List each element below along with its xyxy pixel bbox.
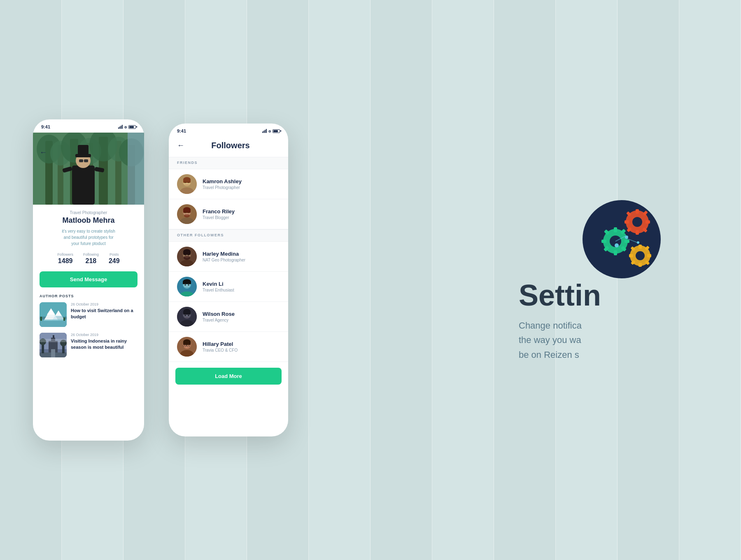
follower-item-hillary[interactable]: Hillary Patel Travia CEO & CFO: [169, 332, 288, 362]
svg-point-87: [188, 315, 189, 316]
settings-heading: Settin: [519, 280, 601, 310]
stat-posts: Posts 249: [109, 252, 120, 265]
stats-row: Followers 1489 Following 218 Posts 249: [33, 252, 144, 265]
svg-point-97: [184, 345, 185, 346]
status-time-followers: 9:41: [177, 128, 186, 133]
svg-point-122: [636, 251, 645, 260]
followers-header: ← Followers: [169, 137, 288, 157]
post-thumbnail-switzerland: [40, 302, 67, 327]
avatar-kamron: [177, 174, 197, 194]
settings-gear-illustration: [580, 198, 663, 280]
back-button-followers[interactable]: ←: [177, 141, 184, 150]
svg-point-69: [184, 256, 190, 260]
svg-point-62: [188, 212, 189, 213]
svg-point-86: [185, 315, 186, 316]
wifi-icon: ⌾: [124, 125, 127, 129]
stat-following: Following 218: [83, 252, 99, 265]
battery-icon: [128, 125, 136, 129]
svg-point-53: [188, 182, 189, 183]
avatar-franco: [177, 204, 197, 224]
follower-info-hillary: Hillary Patel Travia CEO & CFO: [203, 341, 280, 352]
back-button-profile[interactable]: ←: [40, 148, 47, 157]
svg-rect-32: [40, 320, 67, 327]
profile-name: Matloob Mehra: [41, 216, 136, 225]
svg-rect-116: [645, 220, 650, 224]
svg-point-70: [185, 254, 186, 256]
svg-rect-106: [624, 240, 629, 243]
svg-rect-126: [647, 254, 651, 257]
post-item-switzerland[interactable]: 26 October 2019 How to visit Switzerland…: [33, 302, 144, 333]
follower-item-kevin[interactable]: Kevin Li Travel Enthusiast: [169, 272, 288, 302]
svg-rect-33: [40, 317, 42, 321]
follower-info-kamron: Kamron Ashley Travel Photographer: [203, 178, 280, 190]
load-more-button[interactable]: Load More: [175, 368, 282, 385]
svg-rect-85: [183, 312, 191, 315]
svg-rect-34: [63, 317, 65, 321]
other-followers-section-label: OTHER FOLLOWERS: [169, 229, 288, 242]
svg-rect-105: [601, 240, 606, 243]
avatar-hillary: [177, 337, 197, 357]
signal-icon-followers: [262, 129, 267, 133]
battery-icon-followers: [273, 129, 280, 133]
status-time: 9:41: [41, 124, 50, 129]
stat-followers: Followers 1489: [57, 252, 73, 265]
post-meta-indonesia: 26 October 2019 Visiting Indonesia in ra…: [71, 333, 137, 351]
svg-rect-103: [614, 227, 617, 232]
avatar-harley: [177, 247, 197, 266]
profile-phone: 9:41 ⌾: [33, 119, 144, 441]
author-posts-label: AUTHOR POSTS: [33, 294, 144, 302]
post-thumbnail-indonesia: [40, 333, 67, 357]
follower-item-harley[interactable]: Harley Medina NAT Geo Photographer: [169, 242, 288, 272]
svg-rect-68: [183, 252, 191, 255]
avatar-kevin: [177, 277, 197, 296]
svg-rect-104: [614, 250, 617, 255]
svg-rect-115: [624, 220, 629, 224]
settings-panel: Settin Change notificathe way you wabe o…: [502, 0, 741, 560]
followers-title: Followers: [191, 141, 280, 150]
svg-point-71: [188, 254, 189, 256]
svg-rect-41: [51, 349, 55, 357]
svg-rect-123: [638, 245, 642, 249]
svg-rect-113: [636, 209, 639, 214]
svg-rect-125: [629, 254, 633, 257]
svg-point-112: [632, 217, 642, 227]
svg-point-61: [185, 212, 186, 213]
profile-role: Travel Photographer: [41, 210, 136, 215]
svg-rect-77: [183, 282, 191, 284]
svg-rect-59: [183, 210, 191, 213]
svg-rect-51: [183, 180, 191, 183]
svg-rect-16: [72, 166, 95, 205]
svg-point-52: [185, 182, 186, 183]
signal-icon: [118, 125, 123, 129]
avatar-wilson: [177, 307, 197, 327]
follower-item-kamron[interactable]: Kamron Ashley Travel Photographer: [169, 169, 288, 199]
settings-description: Change notificathe way you wabe on Reize…: [519, 318, 582, 362]
post-meta-switzerland: 26 October 2019 How to visit Switzerland…: [71, 302, 137, 320]
svg-point-79: [188, 285, 189, 286]
svg-rect-46: [40, 339, 67, 342]
profile-bio: it's very easy to create stylishand beau…: [41, 228, 136, 247]
follower-item-wilson[interactable]: Wilson Rose Travel Agency: [169, 302, 288, 332]
svg-rect-39: [53, 335, 54, 338]
profile-hero-image: ←: [33, 133, 144, 205]
svg-rect-114: [636, 230, 639, 235]
profile-info: Travel Photographer Matloob Mehra it's v…: [33, 205, 144, 247]
followers-phone: 9:41 ⌾ ← Followers FRIENDS: [169, 124, 288, 436]
follower-info-franco: Franco Riley Travel Blogger: [203, 208, 280, 220]
svg-rect-19: [78, 145, 89, 155]
svg-rect-23: [84, 159, 88, 162]
svg-rect-22: [79, 159, 83, 162]
follower-info-kevin: Kevin Li Travel Enthusiast: [203, 281, 280, 292]
post-item-indonesia[interactable]: 26 October 2019 Visiting Indonesia in ra…: [33, 333, 144, 363]
wifi-icon-followers: ⌾: [268, 129, 271, 133]
svg-point-131: [615, 243, 619, 247]
svg-point-78: [185, 285, 186, 286]
svg-point-98: [188, 345, 189, 346]
follower-item-franco[interactable]: Franco Riley Travel Blogger: [169, 199, 288, 229]
send-message-button[interactable]: Send Message: [40, 271, 137, 287]
status-bar-profile: 9:41 ⌾: [33, 119, 144, 133]
status-bar-followers: 9:41 ⌾: [169, 124, 288, 137]
svg-rect-25: [128, 133, 144, 205]
status-icons-followers: ⌾: [262, 129, 280, 133]
follower-info-wilson: Wilson Rose Travel Agency: [203, 311, 280, 322]
